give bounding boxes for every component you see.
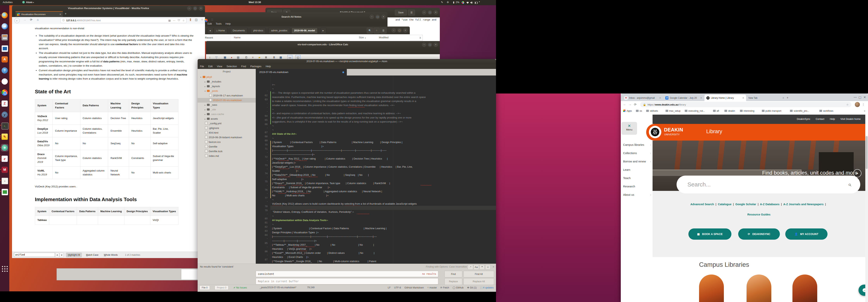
bookmarks-overflow-icon[interactable]: »: [864, 109, 865, 112]
calc-close-button[interactable]: ×: [434, 42, 438, 47]
dock-item-draw[interactable]: e: [1, 155, 8, 162]
status-github[interactable]: ◯ GitHub: [453, 286, 463, 289]
new-tab-button[interactable]: +: [65, 12, 66, 15]
topnav-visit-deakin-home[interactable]: Visit Deakin home: [840, 118, 861, 121]
extension-avatar-icon[interactable]: [205, 19, 208, 22]
tree-item--gitignore[interactable]: .gitignore: [197, 126, 256, 131]
tree-item--layouts[interactable]: ▸_layouts: [197, 84, 256, 89]
chrome-close-button[interactable]: ✕: [864, 95, 866, 99]
status-fetch[interactable]: ⟳ Fetch: [440, 286, 449, 289]
notes-minimize-button[interactable]: −: [370, 15, 374, 19]
chrome-tab-2[interactable]: ◆Library Home | Library✕: [705, 95, 746, 101]
clock[interactable]: Wed 13:30: [249, 1, 261, 4]
dock-item-writer[interactable]: [1, 45, 8, 52]
book-a-space-button[interactable]: ▦BOOK A SPACE: [688, 228, 732, 240]
gedit-save-button[interactable]: Save: [395, 10, 407, 15]
tab-close-icon[interactable]: ✕: [699, 97, 702, 99]
site-info-icon[interactable]: ⓘ: [62, 19, 65, 22]
gedit-menu-button[interactable]: ☰: [408, 10, 415, 15]
modified-indicator-icon[interactable]: [342, 71, 344, 73]
slack-tray-icon[interactable]: [462, 1, 464, 4]
status-file-path[interactable]: _posts/2019-07-05-vis.markdown*: [259, 286, 297, 289]
reload-icon[interactable]: ⟳: [29, 18, 34, 22]
url-bar[interactable]: ⓘ 127.0.0.1:4000/2019/07/vis.html ▤ ⋯ 🛡 …: [60, 18, 186, 23]
apps-shortcut[interactable]: Apps: [623, 109, 632, 112]
atom-menu-find[interactable]: Find: [241, 65, 246, 68]
deakinsync-button[interactable]: ⟳DEAKINSYNC: [738, 228, 780, 240]
tab-close-icon[interactable]: ✕: [741, 97, 744, 99]
deakin-logo[interactable]: [649, 126, 661, 138]
atom-active-tab[interactable]: 2019-07-05-vis.markdown: [256, 69, 347, 75]
chooser-col-modified[interactable]: Modified: [379, 36, 389, 39]
chooser-minimize-button[interactable]: −: [392, 28, 396, 33]
firefox-minimize-button[interactable]: −: [187, 6, 191, 10]
replace-all-button[interactable]: Replace All: [463, 278, 494, 285]
notes-menu-tools[interactable]: Tools: [216, 22, 221, 25]
case-option-button[interactable]: Aa: [473, 265, 479, 270]
system-menu-caret-icon[interactable]: ▾: [479, 1, 480, 3]
atom-find-input[interactable]: consistent no results: [256, 271, 438, 277]
chrome-tab-0[interactable]: MInbox - anjsimmo@gmail✕: [622, 95, 663, 101]
selection-option-button[interactable]: ❝: [479, 265, 485, 270]
status-project-issues[interactable]: Project 0: [215, 286, 228, 290]
page-scrollbar[interactable]: ▼: [865, 136, 868, 302]
menu-toggle-button[interactable]: ✕ Menu: [622, 122, 637, 135]
whole-words-toggle[interactable]: Whole Words: [104, 254, 118, 256]
focused-app-indicator[interactable]: Atom ▾: [22, 1, 34, 4]
tree-item--includes[interactable]: ▸_includes: [197, 79, 256, 84]
regex-option-button[interactable]: .*: [468, 265, 473, 270]
bookmark-mac-setup[interactable]: mac_setup: [665, 109, 681, 112]
atom-menu-selection[interactable]: Selection: [226, 65, 237, 68]
quicklink-catalogue[interactable]: Catalogue: [718, 203, 732, 206]
tree-item-gemfile[interactable]: Gemfile: [197, 144, 256, 149]
chooser-menu-icon[interactable]: ☰: [380, 28, 386, 33]
tree-item--site[interactable]: ▸_site: [197, 107, 256, 112]
topnav-contact[interactable]: Contact: [816, 118, 825, 121]
chooser-path-current[interactable]: 2019-06-08_model: [291, 28, 317, 33]
firefox-active-tab[interactable]: Visualisation Recommen ✕: [16, 11, 63, 17]
padlock-icon[interactable]: 🔒: [643, 103, 646, 106]
bookmark-star-icon[interactable]: ☆: [846, 103, 848, 106]
sidebar-item-collections[interactable]: Collections›: [623, 152, 651, 155]
chooser-maximize-button[interactable]: ▢: [397, 28, 402, 33]
chrome-tab-3[interactable]: New Tab✕: [746, 95, 786, 101]
tree-item-404-html[interactable]: 404.html: [197, 131, 256, 135]
bookmark-skillsets[interactable]: skillsets: [646, 109, 658, 112]
tree-item--sass[interactable]: ▸_sass: [197, 103, 256, 107]
find-input[interactable]: [14, 253, 55, 257]
status-master[interactable]: ⑂ master: [427, 286, 437, 289]
status-github-markdown[interactable]: GitHub Markdown: [405, 286, 424, 289]
atom-menu-edit[interactable]: Edit: [208, 65, 213, 68]
hero-video-play-button[interactable]: ▶: [853, 169, 861, 177]
gedit-close-button[interactable]: ×: [434, 10, 438, 14]
tree-item--posts[interactable]: ▾_posts: [197, 89, 256, 93]
quicklink-a-z-journals-and-newspapers[interactable]: A-Z Journals and Newspapers: [783, 203, 824, 206]
tree-item-2019-06-17-avs-markdown[interactable]: 2019-06-17-avs.markdown: [197, 93, 256, 98]
bookmark-executing-not-[interactable]: executing_not...: [685, 109, 705, 112]
reader-mode-icon[interactable]: ▤: [168, 19, 171, 22]
calc-maximize-button[interactable]: ▢: [428, 42, 432, 47]
dock-item-mendeley[interactable]: M: [1, 166, 8, 173]
chrome-maximize-button[interactable]: ▢: [859, 95, 861, 99]
chrome-url-bar[interactable]: 🔒 https://www.deakin.edu.au/library ☆: [640, 102, 851, 107]
forward-icon[interactable]: →: [22, 18, 27, 21]
home-icon[interactable]: ⌂: [35, 18, 40, 21]
tree-item-assets[interactable]: ▸assets: [197, 116, 256, 121]
dock-item-tomboy[interactable]: ✎: [1, 133, 8, 140]
panel-close-icon[interactable]: x: [420, 36, 421, 39]
atom-menu-file[interactable]: File: [200, 65, 204, 68]
status-utf-8[interactable]: UTF-8: [394, 286, 401, 289]
bookmark-os[interactable]: os: [636, 109, 642, 112]
sidebar-item-borrow-and-renew[interactable]: Borrow and renew›: [623, 160, 651, 163]
topnav-deakinsync[interactable]: DeakinSync: [797, 118, 810, 121]
find-button[interactable]: Find: [444, 271, 462, 277]
pinwheel-indicator-icon[interactable]: ✣: [447, 1, 449, 4]
firefox-menu-icon[interactable]: ☰: [210, 18, 215, 22]
shield-icon[interactable]: 🛡: [178, 19, 180, 22]
find-next-icon[interactable]: ∨: [60, 253, 64, 257]
notes-close-button[interactable]: ×: [381, 15, 385, 19]
tab-close-icon[interactable]: ✕: [658, 97, 661, 99]
campus-library-photo[interactable]: [746, 274, 771, 302]
page-actions-icon[interactable]: ⋯: [173, 19, 176, 22]
dock-item-files[interactable]: [1, 34, 8, 41]
